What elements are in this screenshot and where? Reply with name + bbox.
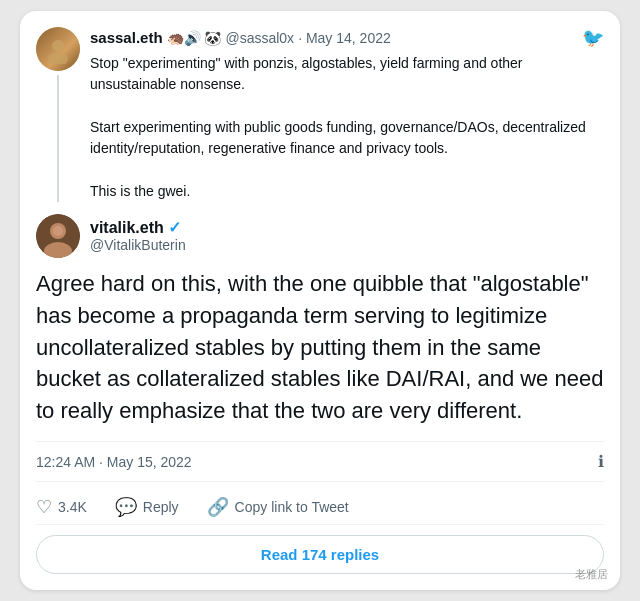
svg-point-5 xyxy=(53,226,63,236)
read-replies-label: Read 174 replies xyxy=(261,546,379,563)
original-author-name: sassal.eth xyxy=(90,29,163,46)
main-tweet-text: Agree hard on this, with the one quibble… xyxy=(36,268,604,427)
original-tweet-date: · May 14, 2022 xyxy=(298,30,391,46)
main-author-name-text: vitalik.eth xyxy=(90,219,164,237)
heart-icon: ♡ xyxy=(36,496,52,518)
original-tweet-content: sassal.eth 🦔🔊 🐼 @sassal0x · May 14, 2022… xyxy=(90,27,604,202)
read-replies-button[interactable]: Read 174 replies xyxy=(36,535,604,574)
main-author-info: vitalik.eth ✓ @VitalikButerin xyxy=(90,218,186,253)
actions-row: ♡ 3.4K 💬 Reply 🔗 Copy link to Tweet xyxy=(36,490,604,525)
link-icon: 🔗 xyxy=(207,496,229,518)
original-author-handle: @sassal0x xyxy=(225,30,294,46)
sassal-avatar xyxy=(36,27,80,71)
timestamp-row: 12:24 AM · May 15, 2022 ℹ xyxy=(36,441,604,482)
twitter-bird-icon: 🐦 xyxy=(582,27,604,49)
watermark: 老雅居 xyxy=(575,567,608,582)
like-action[interactable]: ♡ 3.4K xyxy=(36,496,87,518)
original-author-emojis: 🦔🔊 🐼 xyxy=(167,30,222,46)
original-tweet-text-2: Start experimenting with public goods fu… xyxy=(90,117,604,159)
main-author-handle: @VitalikButerin xyxy=(90,237,186,253)
copy-link-action[interactable]: 🔗 Copy link to Tweet xyxy=(207,496,349,518)
copy-link-label: Copy link to Tweet xyxy=(235,499,349,515)
reply-label: Reply xyxy=(143,499,179,515)
thread-line xyxy=(57,75,59,202)
like-count: 3.4K xyxy=(58,499,87,515)
svg-point-1 xyxy=(48,52,68,64)
original-tweet-text-3: This is the gwei. xyxy=(90,181,604,202)
vitalik-avatar xyxy=(36,214,80,258)
svg-point-0 xyxy=(52,40,64,52)
timestamp-text: 12:24 AM · May 15, 2022 xyxy=(36,454,192,470)
main-author-row: vitalik.eth ✓ @VitalikButerin xyxy=(36,214,604,258)
reply-action[interactable]: 💬 Reply xyxy=(115,496,179,518)
info-icon[interactable]: ℹ xyxy=(598,452,604,471)
reply-icon: 💬 xyxy=(115,496,137,518)
verified-badge-icon: ✓ xyxy=(168,218,181,237)
original-tweet-text-1: Stop "experimenting" with ponzis, algost… xyxy=(90,53,604,95)
